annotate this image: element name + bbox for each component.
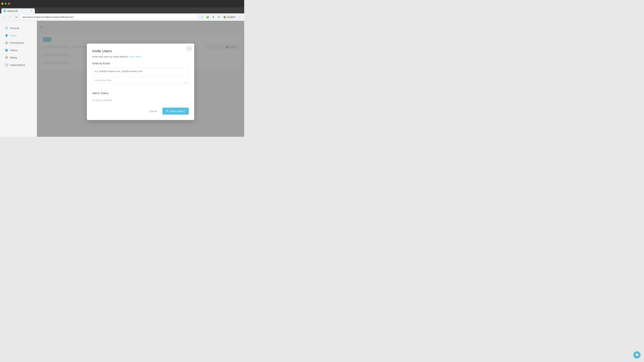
sidebar-item-general-label: General [10,27,19,29]
invite-button-label: Invite User(s) [170,110,185,113]
sidebar-item-subscriptions[interactable]: 📋 Subscriptions [1,61,36,68]
invite-button[interactable]: ✉ Invite User(s) [162,108,189,115]
invite-by-email-section: Invite by Email Add to this Role [92,62,189,88]
sidebar-item-permissions-label: Permissions [10,41,24,44]
sidebar-item-subscriptions-label: Subscriptions [10,63,25,66]
modal-subtitle-text: Invite new users by email address. [92,55,128,58]
learn-more-link[interactable]: Learn More [129,55,141,58]
modal-close-button[interactable]: ✕ [187,46,192,51]
settings-sidebar: ⊙ General 👤 Users 🔒 Permissions 👥 Teams … [0,21,37,137]
subscriptions-icon: 📋 [5,63,8,67]
tab-favicon: B [3,9,6,12]
teams-icon: 👥 [5,48,8,52]
invite-users-modal: ✕ Invite Users Invite new users by email… [87,43,194,120]
add-to-teams-section: Add to Teams No teams available [92,92,189,103]
modal-overlay: ✕ Invite Users Invite new users by email… [37,21,244,137]
forward-button[interactable]: → [8,15,13,19]
incognito-icon: 🕵 [224,16,226,18]
browser-window-controls [0,0,244,7]
window-control-close[interactable] [8,3,10,5]
sidebar-item-teams[interactable]: 👥 Teams [1,46,36,54]
role-select-wrapper: Add to this Role [92,77,189,88]
role-select[interactable]: Add to this Role [92,77,189,84]
window-control-maximize[interactable] [5,3,7,5]
general-icon: ⊙ [5,26,8,30]
users-icon: 👤 [5,33,8,37]
active-tab[interactable]: B Breezy HR ✕ [1,8,35,13]
sidebar-item-users[interactable]: 👤 Users [1,32,36,39]
page-background: ⊙ General 👤 Users 🔒 Permissions 👥 Teams … [0,21,244,137]
incognito-label: Incognito [227,16,235,18]
url-text: app.breezy.hr/app/c/moodjoy/company/sett… [22,16,74,18]
modal-footer: Cancel ✉ Invite User(s) [92,108,189,115]
sidebar-item-billing-label: Billing [10,56,17,59]
permissions-icon: 🔒 [5,41,8,44]
main-area: M 👥Teams [37,21,244,137]
download-icon[interactable]: ⬇ [211,15,216,19]
bookmark-icon[interactable]: ☆ [200,15,204,19]
billing-icon: 💳 [5,56,8,59]
invite-email-section-title: Invite by Email [92,62,189,65]
sidebar-item-permissions[interactable]: 🔒 Permissions [1,39,36,46]
tab-bar: B Breezy HR ✕ + [0,7,244,13]
incognito-badge: 🕵 Incognito [222,15,236,18]
no-teams-text: No teams available [92,97,189,103]
sidebar-item-general[interactable]: ⊙ General [1,24,36,31]
address-bar[interactable]: app.breezy.hr/app/c/moodjoy/company/sett… [20,14,198,19]
sidebar-item-teams-label: Teams [10,49,18,52]
invite-icon: ✉ [166,110,168,113]
email-input[interactable] [92,68,189,75]
navigation-bar: ← → ↻ app.breezy.hr/app/c/moodjoy/compan… [0,13,244,21]
extensions-icon[interactable]: 🧩 [205,15,210,19]
modal-title: Invite Users [92,49,189,53]
reload-button[interactable]: ↻ [14,15,19,19]
modal-subtitle: Invite new users by email address. Learn… [92,55,189,58]
sidebar-item-users-label: Users [10,34,16,37]
browser-nav-icons: ☆ 🧩 ⬇ ⧉ 🕵 Incognito ⋮ [200,15,242,19]
sidebar-item-billing[interactable]: 💳 Billing [1,54,36,61]
window-control-minimize[interactable] [1,3,3,5]
layout-icon[interactable]: ⧉ [217,15,221,19]
add-teams-section-title: Add to Teams [92,92,189,95]
back-button[interactable]: ← [2,15,7,19]
cancel-button[interactable]: Cancel [146,108,160,114]
menu-button[interactable]: ⋮ [238,15,242,19]
new-tab-button[interactable]: + [35,8,40,13]
tab-close-button[interactable]: ✕ [30,9,33,12]
tab-title: Breezy HR [8,10,18,12]
